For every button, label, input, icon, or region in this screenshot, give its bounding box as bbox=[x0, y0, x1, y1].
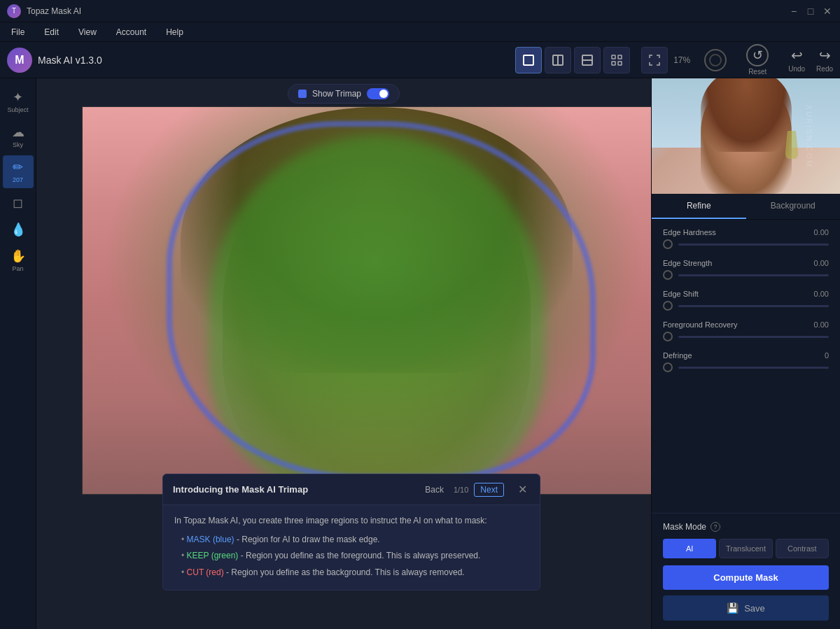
view-mode-compare[interactable] bbox=[603, 47, 630, 73]
trimap-label: Show Trimap bbox=[312, 89, 361, 99]
mode-translucent[interactable]: Translucent bbox=[719, 539, 772, 558]
sliders-area: Edge Hardness 0.00 Edge Strength 0.00 bbox=[652, 220, 840, 513]
tool-eraser[interactable]: ◻ bbox=[3, 191, 34, 215]
edge-hardness-label: Edge Hardness bbox=[663, 228, 716, 236]
mode-buttons: AI Translucent Contrast bbox=[663, 539, 829, 558]
tool-sky[interactable]: ☁ Sky bbox=[3, 120, 34, 153]
save-button[interactable]: 💾 Save bbox=[663, 595, 829, 621]
edge-shift-handle[interactable] bbox=[663, 301, 673, 311]
maximize-button[interactable]: □ bbox=[805, 6, 816, 17]
edge-strength-label: Edge Strength bbox=[663, 259, 712, 267]
zoom-percent: 17% bbox=[673, 55, 690, 65]
slider-edge-strength: Edge Strength 0.00 bbox=[663, 259, 829, 280]
menu-view[interactable]: View bbox=[74, 26, 101, 38]
popup-close-button[interactable]: ✕ bbox=[515, 481, 530, 497]
svg-rect-8 bbox=[618, 62, 622, 65]
window-controls: − □ ✕ bbox=[788, 6, 833, 17]
main-content: ✦ Subject ☁ Sky ✏ 207 ◻ 💧 ✋ Pan Show Tri… bbox=[0, 78, 840, 629]
view-mode-single[interactable] bbox=[515, 47, 542, 73]
logo-text: Mask AI v1.3.0 bbox=[38, 55, 102, 66]
popup-list-item-keep: KEEP (green) - Region you define as the … bbox=[181, 549, 528, 563]
menu-help[interactable]: Help bbox=[162, 26, 188, 38]
save-label: Save bbox=[744, 603, 765, 614]
redo-label: Redo bbox=[816, 65, 833, 73]
popup-body: In Topaz Mask AI, you create three image… bbox=[163, 505, 540, 590]
app-title: Topaz Mask AI bbox=[27, 6, 788, 16]
foreground-recovery-track[interactable] bbox=[678, 336, 829, 338]
main-image bbox=[82, 106, 651, 495]
compute-mask-button[interactable]: Compute Mask bbox=[663, 565, 829, 590]
trimap-dot bbox=[298, 90, 307, 98]
edge-shift-track[interactable] bbox=[678, 305, 829, 307]
view-mode-group bbox=[515, 47, 630, 73]
undo-button[interactable]: ↩ Undo bbox=[788, 47, 805, 73]
defringe-track[interactable] bbox=[678, 367, 829, 369]
menu-bar: File Edit View Account Help bbox=[0, 22, 840, 42]
popup-list-item-mask: MASK (blue) - Region for AI to draw the … bbox=[181, 532, 528, 546]
blue-mask-edge bbox=[167, 121, 596, 480]
view-mode-split-h[interactable] bbox=[545, 47, 571, 73]
popup-list-item-cut: CUT (red) - Region you define as the bac… bbox=[181, 565, 528, 579]
svg-rect-6 bbox=[618, 55, 622, 59]
defringe-value: 0 bbox=[825, 351, 829, 360]
refine-tabs: Refine Background bbox=[652, 194, 840, 220]
popup-list: MASK (blue) - Region for AI to draw the … bbox=[174, 532, 528, 579]
foreground-recovery-label: Foreground Recovery bbox=[663, 320, 737, 329]
mode-contrast[interactable]: Contrast bbox=[776, 539, 829, 558]
reset-button[interactable]: ↺ Reset bbox=[746, 44, 769, 76]
edge-hardness-value: 0.00 bbox=[814, 228, 829, 236]
mode-ai[interactable]: AI bbox=[663, 539, 716, 558]
foreground-recovery-value: 0.00 bbox=[814, 320, 829, 329]
menu-account[interactable]: Account bbox=[112, 26, 150, 38]
trimap-switch[interactable] bbox=[367, 88, 389, 99]
foreground-recovery-handle[interactable] bbox=[663, 332, 673, 341]
redo-button[interactable]: ↪ Redo bbox=[816, 47, 833, 73]
edge-strength-handle[interactable] bbox=[663, 270, 673, 280]
tool-pan[interactable]: ✋ Pan bbox=[3, 244, 34, 276]
edge-hardness-track[interactable] bbox=[678, 243, 829, 246]
popup-next-button[interactable]: Next bbox=[474, 483, 504, 497]
trimap-toggle[interactable]: Show Trimap bbox=[288, 84, 400, 104]
tool-eyedropper[interactable]: 💧 bbox=[3, 218, 34, 241]
menu-edit[interactable]: Edit bbox=[40, 26, 63, 38]
reset-label: Reset bbox=[748, 68, 766, 76]
popup-header: Introducing the Mask AI Trimap Back 1/10… bbox=[163, 474, 540, 505]
edge-strength-track[interactable] bbox=[678, 274, 829, 276]
title-bar: T Topaz Mask AI − □ ✕ bbox=[0, 0, 840, 22]
thumbnail-area: XURISN.COM bbox=[652, 78, 840, 194]
edge-strength-value: 0.00 bbox=[814, 259, 829, 267]
image-background bbox=[83, 107, 651, 494]
mask-mode-help[interactable]: ? bbox=[710, 522, 720, 532]
right-sidebar: XURISN.COM Refine Background Edge Hardne… bbox=[651, 78, 840, 629]
tab-refine[interactable]: Refine bbox=[652, 194, 746, 219]
popup-body-text: In Topaz Mask AI, you create three image… bbox=[174, 516, 487, 525]
slider-defringe: Defringe 0 bbox=[663, 351, 829, 372]
loading-indicator bbox=[704, 49, 727, 71]
svg-rect-7 bbox=[612, 62, 615, 65]
undo-label: Undo bbox=[788, 65, 805, 73]
left-sidebar: ✦ Subject ☁ Sky ✏ 207 ◻ 💧 ✋ Pan bbox=[0, 78, 36, 629]
svg-rect-5 bbox=[612, 55, 615, 59]
slider-foreground-recovery: Foreground Recovery 0.00 bbox=[663, 320, 829, 341]
tab-background[interactable]: Background bbox=[746, 194, 841, 219]
view-mode-split-v[interactable] bbox=[574, 47, 601, 73]
menu-file[interactable]: File bbox=[7, 26, 29, 38]
popup-title: Introducing the Mask AI Trimap bbox=[173, 484, 421, 495]
popup-back-button[interactable]: Back bbox=[421, 483, 448, 496]
intro-popup: Introducing the Mask AI Trimap Back 1/10… bbox=[162, 474, 540, 591]
close-button[interactable]: ✕ bbox=[822, 6, 833, 17]
tool-subject[interactable]: ✦ Subject bbox=[3, 85, 34, 118]
minimize-button[interactable]: − bbox=[788, 6, 799, 17]
fit-button[interactable] bbox=[641, 47, 668, 73]
zoom-group: 17% bbox=[641, 47, 693, 73]
edge-hardness-handle[interactable] bbox=[663, 239, 673, 249]
svg-rect-0 bbox=[524, 55, 533, 65]
reset-icon: ↺ bbox=[746, 44, 769, 66]
logo-icon: M bbox=[7, 48, 32, 73]
canvas-area[interactable]: Show Trimap Introducing bbox=[36, 78, 651, 629]
slider-edge-hardness: Edge Hardness 0.00 bbox=[663, 228, 829, 249]
tool-brush[interactable]: ✏ 207 bbox=[3, 155, 34, 188]
defringe-handle[interactable] bbox=[663, 362, 673, 372]
save-icon: 💾 bbox=[727, 602, 738, 614]
edge-shift-value: 0.00 bbox=[814, 290, 829, 298]
